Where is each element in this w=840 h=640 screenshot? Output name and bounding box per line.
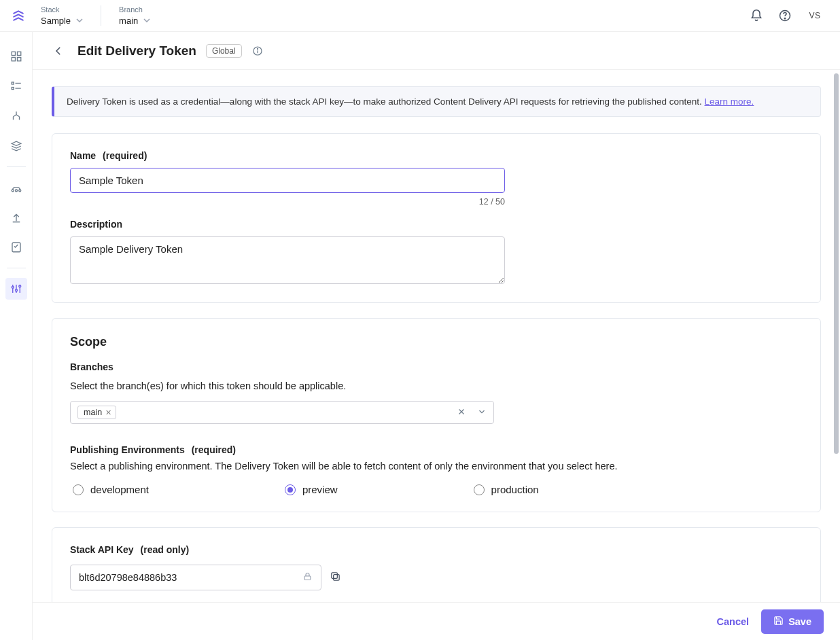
radio-icon [285, 484, 296, 495]
svg-rect-5 [17, 58, 20, 61]
sidebar-item-entries[interactable] [5, 75, 27, 97]
description-input[interactable] [70, 236, 505, 284]
radio-label: preview [302, 484, 338, 495]
api-key-label: Stack API Key [70, 544, 134, 555]
radio-icon [474, 484, 485, 495]
stack-selector[interactable]: Stack Sample [41, 5, 83, 26]
page-header: Edit Delivery Token Global [33, 32, 840, 70]
topbar-right: VS [749, 7, 829, 24]
svg-rect-4 [12, 58, 15, 61]
name-hint: (required) [103, 150, 147, 161]
save-button[interactable]: Save [761, 609, 824, 634]
svg-rect-8 [12, 88, 14, 90]
branch-selector[interactable]: Branch main [119, 5, 150, 26]
radio-label: development [90, 484, 149, 495]
chevron-down-icon[interactable] [477, 407, 487, 419]
svg-point-19 [18, 285, 20, 287]
scope-title: Scope [70, 335, 803, 349]
branch-label: Branch [119, 5, 150, 14]
branches-label: Branches [70, 361, 803, 372]
cancel-button[interactable]: Cancel [717, 616, 750, 627]
stack-value: Sample [41, 16, 71, 26]
chevron-down-icon [143, 15, 150, 26]
separator [101, 5, 101, 26]
user-avatar[interactable]: VS [806, 7, 824, 24]
env-hint: (required) [192, 444, 236, 455]
sidebar-item-releases[interactable] [5, 207, 27, 228]
sidebar-divider [7, 166, 26, 167]
svg-rect-23 [304, 576, 311, 580]
branches-help: Select the branch(es) for which this tok… [70, 380, 803, 391]
back-button[interactable] [49, 41, 68, 60]
radio-label: production [491, 484, 539, 495]
save-label: Save [788, 616, 811, 627]
main-content[interactable]: Delivery Token is used as a credential—a… [33, 70, 840, 602]
top-bar: Stack Sample Branch main VS [0, 0, 840, 32]
name-input[interactable] [70, 168, 505, 193]
app-logo-icon[interactable] [11, 8, 26, 23]
left-sidebar [0, 32, 33, 640]
svg-rect-6 [12, 82, 14, 84]
info-banner-text: Delivery Token is used as a credential—a… [67, 96, 705, 107]
env-radio-preview[interactable]: preview [285, 484, 338, 495]
clear-icon[interactable] [457, 407, 466, 419]
api-key-field: blt6d20798e84886b33 [70, 565, 321, 590]
svg-rect-3 [17, 52, 20, 55]
branch-value: main [119, 16, 138, 26]
sidebar-item-settings[interactable] [5, 278, 27, 300]
sidebar-item-dashboard[interactable] [5, 46, 27, 67]
api-key-hint: (read only) [141, 544, 190, 555]
name-label: Name [70, 150, 96, 161]
sidebar-item-tasks[interactable] [5, 236, 27, 258]
svg-point-12 [18, 190, 20, 192]
bell-icon[interactable] [749, 8, 764, 23]
topbar-left: Stack Sample Branch main [11, 5, 150, 26]
svg-rect-25 [332, 573, 338, 579]
env-help: Select a publishing environment. The Del… [70, 461, 803, 472]
name-counter: 12 / 50 [70, 197, 505, 207]
page-title: Edit Delivery Token [77, 43, 196, 58]
global-badge: Global [206, 44, 242, 58]
sidebar-item-assets[interactable] [5, 135, 27, 157]
radio-icon [73, 484, 84, 495]
svg-point-18 [15, 289, 17, 291]
sidebar-item-publish[interactable] [5, 177, 27, 198]
svg-rect-13 [12, 243, 20, 252]
svg-point-17 [12, 286, 14, 288]
remove-chip-icon[interactable]: ✕ [105, 408, 111, 417]
scope-card: Scope Branches Select the branch(es) for… [52, 318, 821, 512]
svg-rect-24 [334, 575, 340, 581]
svg-point-1 [784, 18, 785, 19]
branch-chip-label: main [84, 408, 102, 417]
copy-button[interactable] [330, 571, 343, 584]
info-icon[interactable] [251, 45, 264, 57]
learn-more-link[interactable]: Learn more. [705, 96, 754, 107]
env-radio-production[interactable]: production [474, 484, 539, 495]
scrollbar-thumb[interactable] [834, 73, 839, 454]
svg-point-22 [257, 48, 258, 49]
branches-multiselect[interactable]: main ✕ [70, 401, 494, 424]
stack-label: Stack [41, 5, 83, 14]
sidebar-divider [7, 268, 26, 268]
env-radio-group: development preview production [70, 484, 803, 495]
help-icon[interactable] [777, 8, 792, 23]
name-desc-card: Name (required) 12 / 50 Description [52, 133, 821, 303]
svg-rect-2 [12, 52, 15, 55]
save-icon [773, 616, 784, 628]
footer-bar: Cancel Save [33, 602, 840, 640]
description-label: Description [70, 219, 122, 230]
api-key-card: Stack API Key (read only) blt6d20798e848… [52, 527, 821, 602]
api-key-value: blt6d20798e84886b33 [79, 572, 177, 583]
branch-chip: main ✕ [77, 406, 116, 419]
svg-point-11 [15, 190, 17, 192]
lock-icon [302, 571, 313, 584]
svg-point-10 [12, 190, 14, 192]
chevron-down-icon [76, 15, 83, 26]
env-label: Publishing Environments [70, 444, 185, 455]
env-radio-development[interactable]: development [73, 484, 149, 495]
sidebar-item-content-models[interactable] [5, 105, 27, 127]
info-banner: Delivery Token is used as a credential—a… [52, 86, 821, 117]
